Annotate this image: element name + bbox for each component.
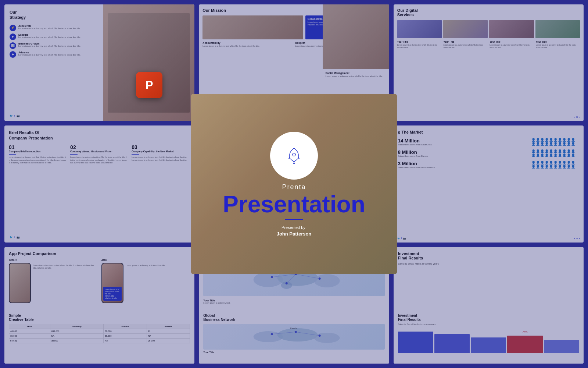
overlay-divider — [285, 219, 303, 220]
overlay-brand-name: Prenta — [282, 183, 306, 191]
overlay-main-title: Presentation — [223, 192, 365, 216]
rocket-icon — [285, 146, 303, 165]
overlay-presenter-label: Presented by: — [282, 225, 306, 230]
center-overlay: Prenta Presentation Presented by: John P… — [198, 96, 390, 272]
overlay-presenter-name: John Patterson — [277, 231, 312, 237]
brand-circle — [270, 132, 318, 180]
svg-point-12 — [293, 153, 295, 156]
powerpoint-icon: P — [136, 72, 162, 98]
